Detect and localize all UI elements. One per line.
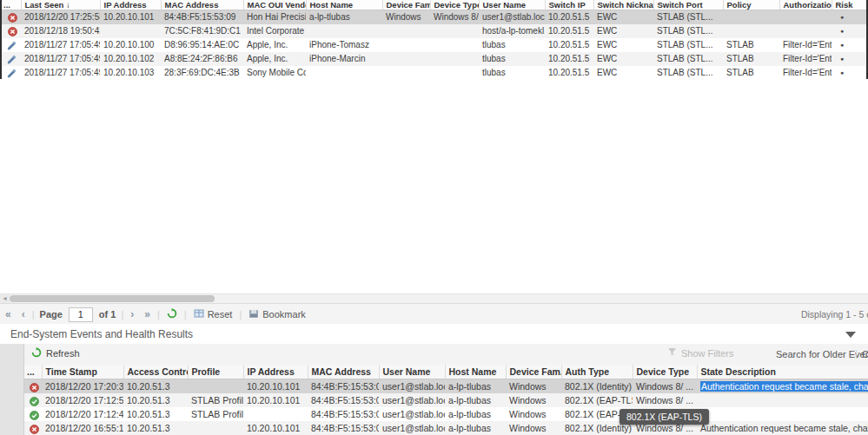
clipped-toolbar-button[interactable]: C — [862, 349, 868, 359]
table-row[interactable]: 2018/12/20 17:20:3810.20.51.310.20.10.10… — [23, 379, 868, 394]
next-page-button[interactable]: › — [125, 308, 139, 320]
table-cell[interactable]: user1@stlab.local — [479, 10, 545, 25]
reset-button[interactable]: Reset — [189, 308, 238, 320]
table-cell[interactable] — [723, 24, 779, 38]
table-cell[interactable] — [430, 38, 479, 52]
table-cell[interactable]: 802.1X (EAP-TLS) — [561, 393, 633, 407]
table-cell[interactable]: D8:96:95:14:AE:0C — [161, 38, 243, 52]
table-cell[interactable]: EWC — [593, 38, 653, 52]
row-status-cell[interactable] — [0, 66, 21, 79]
column-header[interactable]: Authorization — [779, 0, 832, 10]
table-cell[interactable]: 10.20.10.102 — [100, 52, 161, 66]
scrollbar-thumb[interactable] — [10, 295, 215, 302]
row-status-cell[interactable] — [23, 421, 42, 435]
table-cell[interactable] — [430, 66, 479, 79]
table-cell[interactable]: tlubas — [479, 52, 545, 66]
table-cell[interactable]: ● — [832, 66, 868, 79]
table-cell[interactable]: 84:4B:F5:15:53:09 — [161, 10, 243, 25]
table-cell[interactable]: 7C:5C:F8:41:9D:C1 — [161, 24, 243, 38]
table-cell[interactable]: a-lp-tlubas — [445, 407, 506, 421]
table-cell[interactable]: Windows — [382, 10, 430, 25]
table-cell[interactable]: STLAB Profil... — [188, 393, 243, 407]
table-cell[interactable]: 2018/11/27 17:05:49 — [21, 38, 100, 52]
column-header[interactable]: User Name — [479, 0, 545, 10]
table-cell[interactable]: iPhone-Tomasz — [306, 38, 382, 52]
table-cell[interactable] — [382, 24, 430, 38]
table-cell[interactable]: 10.20.51.3 — [123, 407, 188, 421]
scrollbar-left-arrow-icon[interactable]: ◄ — [0, 294, 10, 303]
table-row[interactable]: 2018/11/27 17:05:4910.20.10.102A8:8E:24:… — [0, 52, 868, 66]
table-cell[interactable]: 10.20.51.5 — [545, 52, 593, 66]
table-cell[interactable]: Windows — [506, 407, 561, 421]
table-cell[interactable]: A8:8E:24:2F:86:B6 — [161, 52, 243, 66]
table-cell[interactable]: a-lp-tlubas — [445, 393, 506, 407]
table-cell[interactable]: tlubas — [479, 66, 545, 79]
table-cell[interactable]: Windows 8/ ... — [430, 10, 479, 25]
column-header[interactable]: MAC Address — [308, 365, 379, 379]
table-cell[interactable]: 2018/12/20 16:55:18 — [42, 421, 123, 435]
table-cell[interactable]: 84:4B:F5:15:53:09 — [308, 407, 379, 421]
table-cell[interactable] — [188, 379, 243, 394]
column-header[interactable]: ... — [23, 365, 42, 379]
table-row[interactable]: 2018/11/27 17:05:4910.20.10.10328:3F:69:… — [0, 66, 868, 79]
table-cell[interactable]: host/a-lp-tomekl.a... — [479, 24, 545, 38]
column-header[interactable]: Host Name — [306, 0, 382, 10]
first-page-button[interactable]: « — [0, 308, 17, 320]
table-cell[interactable] — [697, 393, 868, 407]
table-cell[interactable]: 10.20.51.3 — [123, 393, 188, 407]
column-header[interactable]: State Description — [697, 365, 868, 379]
column-header[interactable]: MAC OUI Vendor — [243, 0, 306, 10]
table-cell[interactable] — [306, 66, 382, 79]
column-header[interactable]: Switch Port — [653, 0, 723, 10]
table-cell[interactable]: user1@stlab.local — [379, 407, 445, 421]
table-cell[interactable]: Apple, Inc. — [243, 52, 306, 66]
events-refresh-button[interactable]: Refresh — [31, 347, 80, 359]
table-cell[interactable]: Filter-Id='Ent... — [779, 38, 832, 52]
table-cell[interactable]: ● — [832, 24, 868, 38]
table-cell[interactable]: 10.20.10.101 — [243, 421, 308, 435]
table-cell[interactable]: Windows — [506, 393, 561, 407]
row-status-cell[interactable] — [0, 10, 21, 25]
column-header[interactable]: Auth Type — [561, 365, 633, 379]
column-header[interactable]: Switch Nickname — [593, 0, 653, 10]
column-header[interactable]: User Name — [379, 365, 445, 379]
table-cell[interactable]: ● — [832, 10, 868, 25]
table-row[interactable]: 2018/12/18 19:50:427C:5C:F8:41:9D:C1Inte… — [0, 24, 868, 38]
table-cell[interactable]: 2018/12/20 17:25:58 — [21, 10, 100, 25]
refresh-button[interactable] — [162, 308, 182, 320]
table-cell[interactable]: Windows — [506, 421, 561, 435]
table-cell[interactable]: user1@stlab.local — [379, 379, 445, 394]
table-cell[interactable]: STLAB (STL... — [653, 66, 723, 79]
table-cell[interactable]: STLAB — [723, 52, 779, 66]
table-cell[interactable]: 10.20.10.101 — [243, 379, 308, 394]
table-cell[interactable]: 10.20.51.5 — [545, 38, 593, 52]
table-cell[interactable]: EWC — [593, 66, 653, 79]
row-status-cell[interactable] — [0, 24, 21, 38]
table-cell[interactable]: iPhone-Marcin — [306, 52, 382, 66]
table-cell[interactable]: 84:4B:F5:15:53:09 — [308, 421, 379, 435]
column-header[interactable]: Last Seen ↓ — [21, 0, 100, 10]
table-cell[interactable]: 84:4B:F5:15:53:09 — [308, 393, 379, 407]
table-cell[interactable]: Apple, Inc. — [243, 38, 306, 52]
table-row[interactable]: 2018/12/20 17:12:4710.20.51.3STLAB Profi… — [23, 407, 868, 421]
table-cell[interactable]: user1@stlab.local — [379, 393, 445, 407]
table-cell[interactable]: 10.20.10.101 — [100, 10, 161, 25]
row-status-cell[interactable] — [0, 52, 21, 66]
collapse-section-icon[interactable] — [845, 332, 856, 338]
column-header[interactable]: IP Address — [243, 365, 308, 379]
table-cell[interactable]: 10.20.51.5 — [545, 66, 593, 79]
table-cell[interactable]: STLAB (STL... — [653, 38, 723, 52]
table-cell[interactable] — [779, 24, 832, 38]
table-cell[interactable] — [382, 52, 430, 66]
table-cell[interactable]: STLAB (STL... — [653, 24, 723, 38]
table-cell[interactable]: 802.1X (Identity) — [561, 379, 633, 394]
table-cell[interactable]: Authentication request became stale, cha… — [697, 421, 868, 435]
table-cell[interactable]: Windows — [506, 379, 561, 394]
column-header[interactable]: Time Stamp — [42, 365, 123, 379]
table-cell[interactable]: Intel Corporate — [243, 24, 306, 38]
table-cell[interactable]: EWC — [593, 10, 653, 25]
table-cell[interactable] — [243, 407, 308, 421]
column-header[interactable]: Device Fam... — [382, 0, 430, 10]
column-header[interactable]: Switch IP — [545, 0, 593, 10]
table-row[interactable]: 2018/12/20 16:55:1810.20.51.310.20.10.10… — [23, 421, 868, 435]
